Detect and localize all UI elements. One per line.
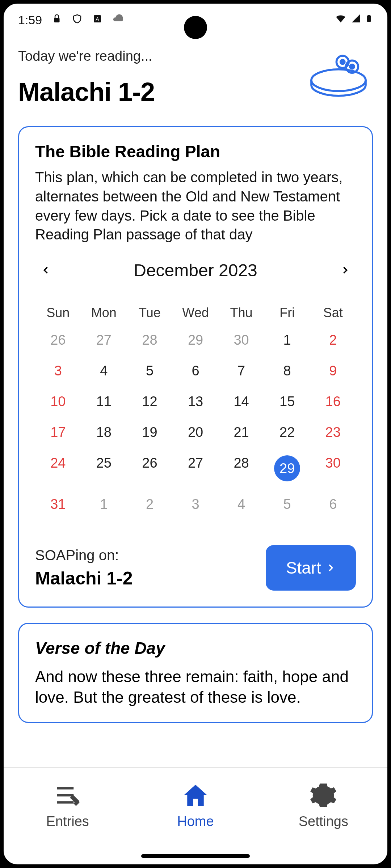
soap-passage: Malachi 1-2 bbox=[35, 568, 133, 589]
calendar-day[interactable]: 16 bbox=[310, 386, 356, 417]
gesture-bar bbox=[141, 854, 250, 858]
calendar-day[interactable]: 26 bbox=[35, 325, 81, 356]
calendar-day[interactable]: 8 bbox=[264, 356, 310, 386]
calendar-day[interactable]: 23 bbox=[310, 417, 356, 448]
votd-body: And now these three remain: faith, hope … bbox=[35, 667, 356, 707]
calendar-day[interactable]: 2 bbox=[310, 325, 356, 356]
svg-rect-10 bbox=[57, 794, 73, 796]
reading-passage-title: Malachi 1-2 bbox=[18, 77, 304, 107]
cell-signal-icon bbox=[350, 13, 361, 27]
calendar-day[interactable]: 24 bbox=[35, 448, 81, 489]
weekday-label: Mon bbox=[81, 298, 127, 325]
greeting-text: Today we're reading... bbox=[18, 48, 304, 64]
nav-home-label: Home bbox=[177, 814, 214, 829]
soap-label: SOAPing on: bbox=[35, 547, 133, 563]
calendar-day[interactable]: 17 bbox=[35, 417, 81, 448]
calendar-day[interactable]: 2 bbox=[127, 489, 173, 520]
calendar-day[interactable]: 27 bbox=[173, 448, 219, 489]
svg-rect-11 bbox=[57, 801, 73, 804]
calendar-day[interactable]: 6 bbox=[310, 489, 356, 520]
lock-icon bbox=[51, 13, 62, 27]
calendar-day[interactable]: 28 bbox=[127, 325, 173, 356]
reading-plan-card: The Bible Reading Plan This plan, which … bbox=[18, 126, 373, 608]
apps-icon: A bbox=[92, 13, 103, 27]
chevron-right-icon bbox=[325, 563, 336, 573]
svg-rect-0 bbox=[54, 18, 60, 22]
svg-text:A: A bbox=[96, 16, 99, 22]
svg-point-6 bbox=[341, 60, 345, 64]
calendar-day[interactable]: 14 bbox=[218, 386, 264, 417]
start-button[interactable]: Start bbox=[266, 545, 356, 591]
calendar-day[interactable]: 9 bbox=[310, 356, 356, 386]
soap-logo-icon bbox=[304, 46, 373, 101]
calendar-day[interactable]: 27 bbox=[81, 325, 127, 356]
weekday-label: Tue bbox=[127, 298, 173, 325]
calendar-day[interactable]: 31 bbox=[35, 489, 81, 520]
calendar-day[interactable]: 1 bbox=[81, 489, 127, 520]
calendar-day[interactable]: 1 bbox=[264, 325, 310, 356]
calendar-day[interactable]: 26 bbox=[127, 448, 173, 489]
calendar: SunMonTueWedThuFriSat 262728293012345678… bbox=[35, 298, 356, 520]
calendar-day[interactable]: 19 bbox=[127, 417, 173, 448]
nav-settings[interactable]: Settings bbox=[260, 767, 387, 843]
weekday-label: Sun bbox=[35, 298, 81, 325]
calendar-day[interactable]: 13 bbox=[173, 386, 219, 417]
calendar-day[interactable]: 28 bbox=[218, 448, 264, 489]
camera-cutout bbox=[184, 16, 207, 39]
svg-rect-4 bbox=[368, 15, 370, 16]
calendar-day[interactable]: 5 bbox=[127, 356, 173, 386]
weekday-label: Thu bbox=[218, 298, 264, 325]
calendar-day[interactable]: 6 bbox=[173, 356, 219, 386]
calendar-day[interactable]: 10 bbox=[35, 386, 81, 417]
reading-plan-title: The Bible Reading Plan bbox=[35, 142, 356, 161]
calendar-day[interactable]: 11 bbox=[81, 386, 127, 417]
calendar-day[interactable]: 30 bbox=[218, 325, 264, 356]
wifi-icon bbox=[335, 12, 347, 27]
verse-of-the-day-card: Verse of the Day And now these three rem… bbox=[18, 623, 373, 723]
month-label: December 2023 bbox=[57, 260, 334, 280]
start-button-label: Start bbox=[286, 558, 321, 578]
calendar-day[interactable]: 18 bbox=[81, 417, 127, 448]
prev-month-button[interactable] bbox=[35, 259, 57, 281]
nav-settings-label: Settings bbox=[299, 814, 348, 829]
status-time: 1:59 bbox=[18, 13, 42, 27]
main-content: Today we're reading... Malachi 1-2 The B… bbox=[4, 36, 387, 767]
calendar-day[interactable]: 22 bbox=[264, 417, 310, 448]
calendar-day[interactable]: 3 bbox=[173, 489, 219, 520]
weekday-label: Sat bbox=[310, 298, 356, 325]
device-frame: 1:59 A bbox=[0, 0, 391, 868]
calendar-day[interactable]: 5 bbox=[264, 489, 310, 520]
calendar-day[interactable]: 29 bbox=[264, 448, 310, 489]
weekday-label: Fri bbox=[264, 298, 310, 325]
next-month-button[interactable] bbox=[334, 259, 356, 281]
weekday-label: Wed bbox=[173, 298, 219, 325]
calendar-day[interactable]: 29 bbox=[173, 325, 219, 356]
svg-point-8 bbox=[350, 65, 354, 69]
calendar-day[interactable]: 20 bbox=[173, 417, 219, 448]
calendar-day[interactable]: 4 bbox=[81, 356, 127, 386]
calendar-day[interactable]: 15 bbox=[264, 386, 310, 417]
bottom-nav: Entries Home Settings bbox=[4, 767, 387, 843]
gear-icon bbox=[309, 781, 337, 809]
calendar-day[interactable]: 30 bbox=[310, 448, 356, 489]
calendar-day[interactable]: 3 bbox=[35, 356, 81, 386]
svg-rect-9 bbox=[57, 787, 73, 790]
cloud-icon bbox=[112, 13, 124, 27]
calendar-day[interactable]: 4 bbox=[218, 489, 264, 520]
entries-icon bbox=[54, 781, 82, 809]
calendar-day[interactable]: 7 bbox=[218, 356, 264, 386]
nav-home[interactable]: Home bbox=[131, 767, 259, 843]
nav-entries-label: Entries bbox=[46, 814, 89, 829]
shield-icon bbox=[72, 13, 83, 27]
nav-entries[interactable]: Entries bbox=[4, 767, 131, 843]
battery-icon bbox=[365, 12, 373, 27]
reading-plan-description: This plan, which can be completed in two… bbox=[35, 168, 356, 244]
calendar-day[interactable]: 21 bbox=[218, 417, 264, 448]
home-icon bbox=[181, 781, 210, 809]
votd-title: Verse of the Day bbox=[35, 638, 356, 658]
calendar-day[interactable]: 25 bbox=[81, 448, 127, 489]
calendar-day[interactable]: 12 bbox=[127, 386, 173, 417]
svg-rect-3 bbox=[367, 16, 371, 22]
